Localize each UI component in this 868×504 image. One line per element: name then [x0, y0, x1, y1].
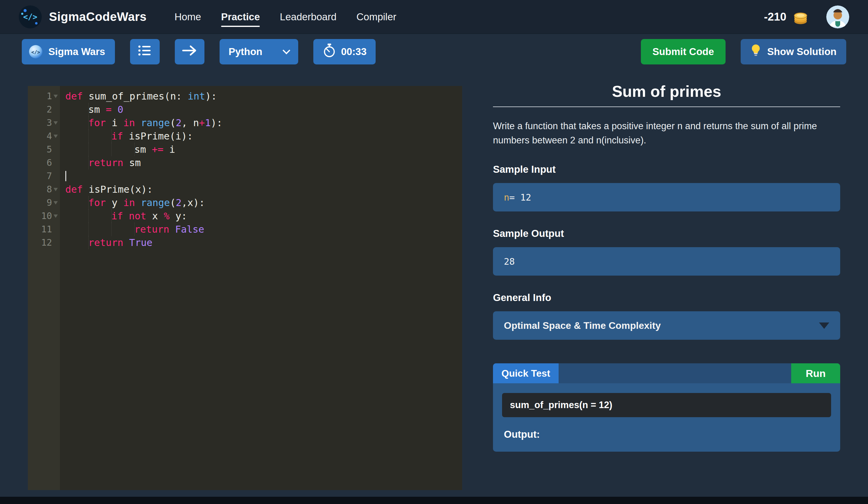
line-gutter: 9 [28, 196, 60, 209]
line-number: 7 [46, 169, 52, 183]
user-avatar[interactable] [826, 6, 849, 29]
code-text [60, 169, 66, 183]
code-editor[interactable]: 1def sum_of_primes(n: int):2sm = 03for i… [28, 86, 462, 490]
coins-icon [792, 8, 809, 26]
fold-spacer [53, 108, 59, 111]
line-number: 3 [46, 116, 52, 130]
line-gutter: 11 [28, 223, 60, 236]
next-problem-button[interactable] [175, 39, 205, 64]
line-gutter: 1 [28, 90, 60, 103]
fold-marker-icon[interactable] [53, 121, 58, 125]
indent-guide [65, 130, 89, 143]
fold-spacer [53, 161, 59, 165]
code-lines: 1def sum_of_primes(n: int):2sm = 03for i… [28, 90, 462, 249]
quick-test-panel: Quick Test Run sum_of_primes(n = 12) Out… [493, 363, 840, 452]
line-number: 6 [46, 156, 52, 169]
quick-test-expression-input[interactable]: sum_of_primes(n = 12) [502, 393, 831, 417]
sample-input-var: n [504, 192, 509, 203]
quick-test-output-label: Output: [502, 429, 831, 440]
arrow-right-icon [182, 45, 197, 59]
quick-test-header: Quick Test Run [493, 363, 840, 383]
fold-spacer [53, 148, 59, 151]
code-line-6[interactable]: 6return sm [28, 156, 462, 169]
sigma-wars-button[interactable]: </> Sigma Wars [22, 39, 115, 64]
code-line-1[interactable]: 1def sum_of_primes(n: int): [28, 90, 462, 103]
code-line-5[interactable]: 5sm += i [28, 143, 462, 156]
code-line-12[interactable]: 12return True [28, 236, 462, 249]
logo-bubble [21, 13, 23, 15]
fold-marker-icon[interactable] [53, 188, 58, 191]
code-line-9[interactable]: 9for y in range(2,x): [28, 196, 462, 209]
line-gutter: 5 [28, 143, 60, 156]
code-line-8[interactable]: 8def isPrime(x): [28, 183, 462, 196]
line-gutter: 12 [28, 236, 60, 249]
navbar-right: -210 [764, 6, 849, 29]
indent-guide [65, 116, 89, 130]
code-text: if isPrime(i): [60, 130, 193, 143]
svg-text:</>: </> [31, 49, 40, 55]
language-select-value: Python [229, 46, 262, 58]
fold-spacer [53, 227, 59, 231]
code-text: if not x % y: [60, 209, 187, 223]
quick-test-tab[interactable]: Quick Test [493, 363, 559, 383]
general-info-label: General Info [493, 292, 840, 304]
code-text: sm += i [60, 143, 175, 156]
code-line-10[interactable]: 10if not x % y: [28, 209, 462, 223]
quick-test-header-fill [559, 363, 791, 383]
code-text: return False [60, 223, 204, 236]
stopwatch-icon [322, 43, 336, 61]
indent-guide [65, 236, 89, 249]
fold-marker-icon[interactable] [53, 135, 58, 138]
line-gutter: 6 [28, 156, 60, 169]
indent-guide [65, 103, 89, 116]
fold-marker-icon[interactable] [53, 215, 58, 218]
show-solution-label: Show Solution [767, 46, 837, 58]
brand-logo-icon[interactable]: </> [19, 6, 42, 29]
indent-guide [65, 209, 89, 223]
line-gutter: 10 [28, 209, 60, 223]
code-line-2[interactable]: 2sm = 0 [28, 103, 462, 116]
logo-bubble [35, 22, 38, 24]
app-root: </> SigmaCodeWars Home Practice Leaderbo… [0, 0, 868, 504]
code-text: for i in range(2, n+1): [60, 116, 222, 130]
problem-panel: Sum of primes Write a function that take… [493, 82, 840, 452]
timer-button[interactable]: 00:33 [313, 39, 376, 64]
line-number: 10 [41, 209, 52, 223]
code-text: for y in range(2,x): [60, 196, 205, 209]
indent-guide [88, 209, 112, 223]
coin-balance: -210 [764, 11, 786, 23]
list-icon [138, 44, 152, 59]
fold-marker-icon[interactable] [53, 201, 58, 205]
quick-test-body: sum_of_primes(n = 12) Output: [493, 383, 840, 452]
line-gutter: 4 [28, 130, 60, 143]
chevron-down-icon [282, 47, 290, 54]
submit-code-button[interactable]: Submit Code [641, 39, 725, 64]
indent-guide [65, 223, 89, 236]
line-number: 11 [41, 223, 52, 236]
problem-description: Write a function that takes a positive i… [493, 119, 840, 147]
run-button[interactable]: Run [791, 363, 840, 383]
indent-guide [111, 223, 135, 236]
code-line-7[interactable]: 7 [28, 169, 462, 183]
line-number: 9 [46, 196, 52, 209]
sample-output-value: 28 [504, 256, 515, 267]
code-text: return True [60, 236, 153, 249]
nav-home[interactable]: Home [175, 2, 201, 32]
fold-marker-icon[interactable] [53, 95, 58, 98]
general-info-dropdown[interactable]: Optimal Space & Time Complexity [493, 311, 840, 340]
nav-compiler[interactable]: Compiler [356, 2, 396, 32]
line-gutter: 8 [28, 183, 60, 196]
problem-list-button[interactable] [130, 39, 160, 64]
code-line-3[interactable]: 3for i in range(2, n+1): [28, 116, 462, 130]
nav-leaderboard[interactable]: Leaderboard [280, 2, 336, 32]
nav-practice[interactable]: Practice [221, 2, 260, 32]
fold-spacer [53, 174, 59, 178]
code-line-11[interactable]: 11return False [28, 223, 462, 236]
language-select[interactable]: Python [219, 39, 298, 64]
code-line-4[interactable]: 4if isPrime(i): [28, 130, 462, 143]
sample-input-rest: = 12 [509, 192, 531, 203]
show-solution-button[interactable]: Show Solution [741, 39, 846, 64]
indent-guide [65, 143, 89, 156]
brand-name: SigmaCodeWars [49, 10, 147, 23]
bottom-strip [0, 497, 868, 504]
